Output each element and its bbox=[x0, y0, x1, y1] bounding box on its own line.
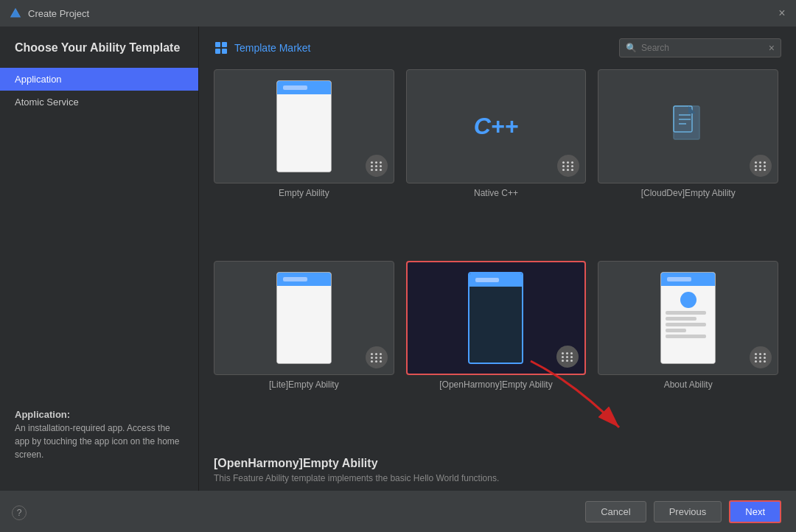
template-grid: Empty Ability C++ bbox=[214, 69, 781, 447]
title-bar: Create Project × bbox=[0, 0, 796, 27]
app-logo-icon bbox=[9, 7, 22, 20]
template-thumbnail-lite-empty bbox=[214, 261, 394, 375]
sidebar-description: Application: An installation-required ap… bbox=[0, 393, 198, 477]
svg-rect-2 bbox=[215, 42, 220, 47]
selected-template-title: [OpenHarmony]Empty Ability bbox=[214, 457, 781, 470]
selected-template-description: This Feature Ability template implements… bbox=[214, 473, 781, 483]
selected-info: [OpenHarmony]Empty Ability This Feature … bbox=[214, 447, 781, 491]
svg-rect-4 bbox=[215, 49, 220, 54]
template-label-openharmony-empty: [OpenHarmony]Empty Ability bbox=[439, 379, 552, 390]
template-label-native-cpp: Native C++ bbox=[474, 188, 518, 198]
help-icon[interactable]: ? bbox=[12, 505, 27, 520]
description-title: Application: bbox=[15, 409, 70, 420]
search-box[interactable]: 🔍 × bbox=[619, 38, 781, 57]
template-label-lite-empty: [Lite]Empty Ability bbox=[269, 379, 339, 390]
svg-rect-3 bbox=[222, 42, 227, 47]
template-market-icon bbox=[214, 41, 228, 55]
template-label-about-ability: About Ability bbox=[664, 379, 713, 390]
dialog: Create Project × Choose Your Ability Tem… bbox=[0, 0, 796, 532]
template-card-openharmony-empty[interactable]: [OpenHarmony]Empty Ability bbox=[406, 261, 587, 441]
card-badge-clouddev-empty bbox=[750, 155, 772, 177]
card-badge-openharmony-empty bbox=[556, 346, 579, 368]
next-button[interactable]: Next bbox=[729, 500, 781, 523]
description-body: An installation-required app. Access the… bbox=[15, 423, 180, 460]
search-input[interactable] bbox=[641, 43, 764, 53]
card-badge-lite-empty bbox=[366, 346, 388, 368]
right-panel: Template Market 🔍 × bbox=[199, 27, 796, 491]
template-market-label: Template Market bbox=[234, 42, 310, 54]
template-thumbnail-openharmony-empty bbox=[406, 261, 587, 375]
cpp-logo-icon: C++ bbox=[474, 113, 518, 140]
title-bar-left: Create Project bbox=[9, 7, 89, 20]
template-card-native-cpp[interactable]: C++ Native C++ bbox=[406, 69, 587, 249]
template-thumbnail-native-cpp: C++ bbox=[406, 69, 587, 183]
card-badge-native-cpp bbox=[557, 155, 579, 177]
sidebar-heading: Choose Your Ability Template bbox=[0, 41, 198, 68]
card-badge-empty-ability bbox=[366, 155, 388, 177]
template-card-clouddev-empty[interactable]: [CloudDev]Empty Ability bbox=[598, 69, 778, 249]
sidebar: Choose Your Ability Template Application… bbox=[0, 27, 199, 491]
template-thumbnail-clouddev-empty bbox=[598, 69, 778, 183]
grid-container: Empty Ability C++ bbox=[214, 69, 781, 447]
svg-rect-6 bbox=[674, 106, 699, 139]
panel-header: Template Market 🔍 × bbox=[214, 38, 781, 57]
main-content: Choose Your Ability Template Application… bbox=[0, 27, 796, 491]
template-thumbnail-about-ability bbox=[598, 261, 778, 375]
document-icon bbox=[670, 105, 707, 149]
search-icon: 🔍 bbox=[626, 43, 637, 53]
svg-rect-5 bbox=[222, 49, 227, 54]
close-button[interactable]: × bbox=[777, 8, 787, 18]
template-card-about-ability[interactable]: About Ability bbox=[598, 261, 778, 441]
sidebar-item-application[interactable]: Application bbox=[0, 68, 198, 91]
template-label-clouddev-empty: [CloudDev]Empty Ability bbox=[641, 188, 736, 198]
template-card-empty-ability[interactable]: Empty Ability bbox=[214, 69, 394, 249]
template-card-lite-empty[interactable]: [Lite]Empty Ability bbox=[214, 261, 394, 441]
footer: Cancel Previous Next bbox=[0, 491, 796, 532]
search-clear-icon[interactable]: × bbox=[769, 42, 775, 54]
template-thumbnail-empty-ability bbox=[214, 69, 394, 183]
panel-header-left: Template Market bbox=[214, 41, 310, 55]
previous-button[interactable]: Previous bbox=[654, 501, 722, 522]
template-label-empty-ability: Empty Ability bbox=[279, 188, 329, 198]
cancel-button[interactable]: Cancel bbox=[585, 501, 646, 522]
dialog-title: Create Project bbox=[28, 8, 89, 19]
sidebar-item-atomic-service[interactable]: Atomic Service bbox=[0, 91, 198, 113]
card-badge-about-ability bbox=[750, 346, 772, 368]
